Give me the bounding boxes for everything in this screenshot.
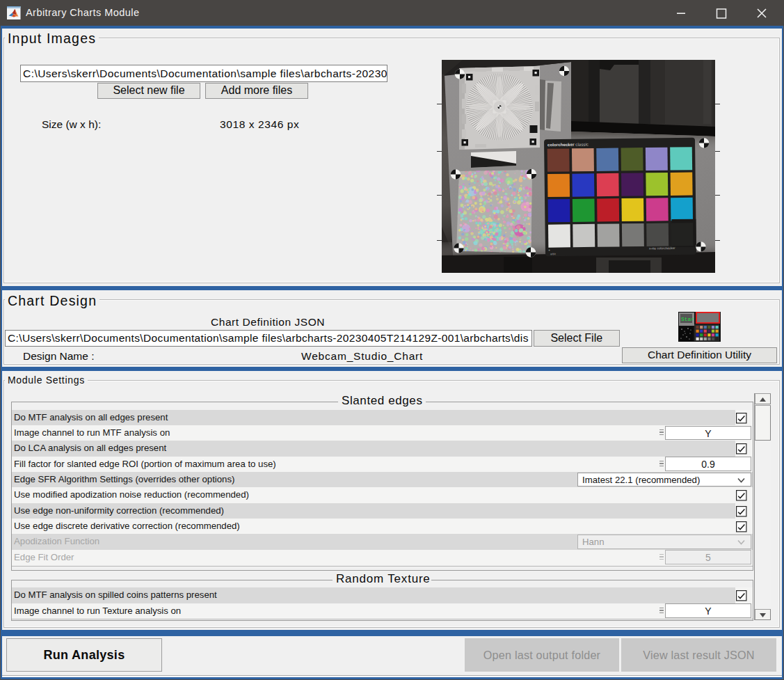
svg-text:x-rite colorchecker: x-rite colorchecker: [649, 246, 675, 250]
svg-text:colorchecker classic: colorchecker classic: [547, 142, 589, 148]
svg-text:Star: Star: [681, 316, 694, 322]
svg-text:arbit: arbit: [550, 252, 557, 255]
